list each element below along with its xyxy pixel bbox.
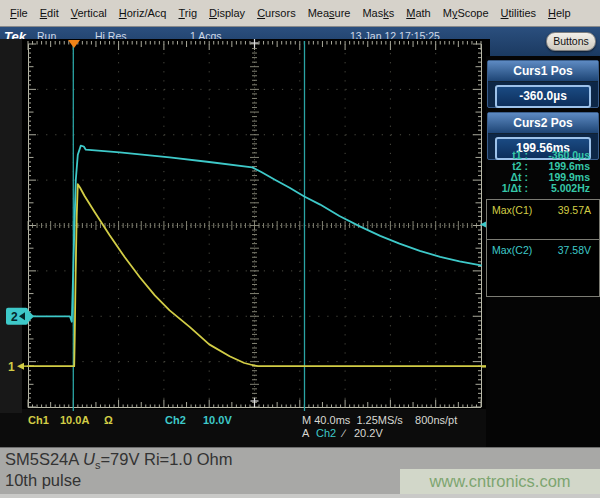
menu-item-display[interactable]: Display (203, 4, 251, 22)
menu-item-vertical[interactable]: Vertical (65, 4, 113, 22)
caption-line1: SM5S24A Us=79V Ri=1.0 Ohm (5, 450, 232, 471)
curs1-pos-control: Curs1 Pos -360.0µs (487, 60, 599, 108)
menu-item-masks[interactable]: Masks (356, 4, 400, 22)
ch2-label[interactable]: Ch2 (165, 414, 186, 426)
menu-item-utilities[interactable]: Utilities (495, 4, 542, 22)
max-c1-label: Max(C1) (492, 204, 532, 216)
menu-item-cursors[interactable]: Cursors (251, 4, 302, 22)
max-c2-label: Max(C2) (492, 244, 532, 256)
ch1-coupling: Ω (104, 414, 113, 426)
max-c2-value: 37.58V (558, 244, 591, 256)
menu-item-help[interactable]: Help (542, 4, 577, 22)
menu-bar: FileEditVerticalHoriz/AcqTrigDisplayCurs… (0, 0, 600, 27)
control-panel: Curs1 Pos -360.0µs Curs2 Pos 199.56ms t1… (486, 56, 600, 447)
menu-item-measure[interactable]: Measure (302, 4, 357, 22)
watermark: www.cntronics.com (400, 469, 600, 495)
trigger-a-label: A (302, 427, 309, 439)
oscilloscope-screen: FileEditVerticalHoriz/AcqTrigDisplayCurs… (0, 0, 600, 498)
cursor-readout-row: 1/Δt :5.002Hz (488, 183, 596, 194)
timebase-readout: M 40.0ms 1.25MS/s 800ns/pt (302, 414, 457, 426)
ch2-scale[interactable]: 10.0V (203, 414, 232, 426)
menu-item-file[interactable]: File (4, 4, 34, 22)
trigger-level-readout: 20.2V (354, 427, 383, 439)
waveform-plot: 21 (0, 39, 490, 413)
curs2-pos-title: Curs2 Pos (488, 113, 598, 134)
menu-item-myscope[interactable]: MyScope (437, 4, 495, 22)
caption-line2: 10th pulse (5, 471, 81, 490)
buttons-button[interactable]: Buttons (546, 32, 596, 51)
trigger-source: Ch2 (316, 427, 336, 439)
caption-bottom-strip (0, 494, 600, 498)
measurement-box-max-c1: Max(C1) 39.57A (486, 199, 600, 240)
menu-item-edit[interactable]: Edit (34, 4, 65, 22)
measurement-box-max-c2: Max(C2) 37.58V (486, 239, 600, 297)
caption-area: SM5S24A Us=79V Ri=1.0 Ohm 10th pulse www… (0, 447, 600, 498)
ch1-label[interactable]: Ch1 (28, 414, 49, 426)
waveform-display: 21 Ch1 10.0A Ω Ch2 10.0V M 40.0ms 1.25MS… (0, 39, 490, 447)
svg-text:2: 2 (11, 310, 18, 324)
max-c1-value: 39.57A (558, 204, 591, 216)
ch1-reference-marker[interactable]: 1 (8, 360, 15, 374)
menu-item-trig[interactable]: Trig (173, 4, 204, 22)
cursor-readout: t1 :-360.0µst2 :199.6msΔt :199.9ms1/Δt :… (488, 150, 596, 194)
menu-item-horizacq[interactable]: Horiz/Acq (113, 4, 173, 22)
curs1-pos-title: Curs1 Pos (488, 61, 598, 82)
trigger-slope-icon: ∕ (343, 427, 345, 439)
ch1-scale[interactable]: 10.0A (60, 414, 89, 426)
curs1-pos-value[interactable]: -360.0µs (495, 85, 591, 108)
menu-item-math[interactable]: Math (400, 4, 436, 22)
